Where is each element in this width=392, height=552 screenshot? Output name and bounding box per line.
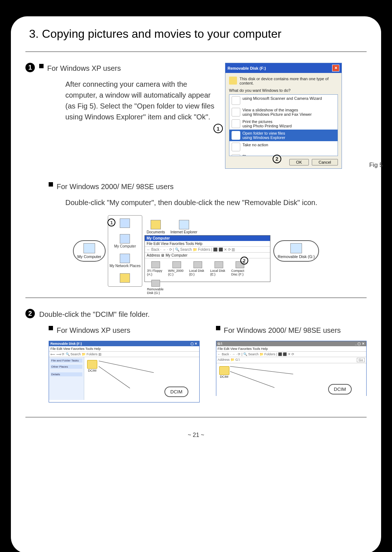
task-pane[interactable]: File and Folder Tasks Other Places Detai… xyxy=(49,357,84,400)
desktop-icons-box: 1 My Computer My Network Places xyxy=(108,215,142,287)
window-menu[interactable]: File Edit View Favorites Tools Help xyxy=(145,241,270,247)
documents-icon xyxy=(120,218,130,228)
older-instructions: Double-click "My computer", then double-… xyxy=(65,197,367,208)
close-icon[interactable]: ✕ xyxy=(332,65,339,71)
drive-item[interactable]: WIN_2000 (C:) xyxy=(168,261,185,276)
older-users-heading: For Windows 2000/ ME/ 98SE users xyxy=(57,181,173,192)
bullet-icon xyxy=(49,326,53,330)
window-toolbar[interactable]: ← Back · → · ⟳ | 🔍 Search 📁 Folders | ⬛ … xyxy=(145,247,270,253)
option-print[interactable]: Print the pictures using Photo Printing … xyxy=(242,119,292,128)
window-controls-icon[interactable]: ▢ ✕ xyxy=(191,342,198,345)
callout-marker-1: 1 xyxy=(213,124,223,133)
desktop-label: My Network Places xyxy=(110,264,141,268)
step-number-1: 1 xyxy=(25,63,35,72)
callout-dcim: DCIM xyxy=(328,384,352,394)
drive-item[interactable]: Local Disk (D:) xyxy=(189,261,207,276)
divider xyxy=(25,298,367,298)
action-list[interactable]: using Microsoft Scanner and Camera Wizar… xyxy=(229,94,338,156)
address-bar[interactable]: Address 🖥 My Computer xyxy=(145,253,270,258)
callout-arrow xyxy=(230,366,293,374)
older-users-heading-2: For Windows 2000/ ME/ 98SE users xyxy=(224,325,341,336)
ie-icon xyxy=(179,220,189,229)
divider xyxy=(25,52,367,52)
window-toolbar[interactable]: ← Back · → · ⟳ | 🔍 Search 📁 Folders | ⬛ … xyxy=(216,352,367,357)
callout-my-computer: My Computer xyxy=(73,240,106,262)
callout-label: Removable Disk (G:) xyxy=(278,254,315,259)
callout-arrow xyxy=(230,371,274,388)
option-open-folder[interactable]: Open folder to view files using Windows … xyxy=(242,131,285,140)
my-computer-illustration: My Computer 1 My Computer My Network Pla… xyxy=(64,215,328,287)
option-play[interactable]: Play using Windows Media Player xyxy=(242,154,294,156)
callout-label: My Computer xyxy=(77,254,101,259)
option-slideshow[interactable]: View a slideshow of the images using Win… xyxy=(242,108,312,116)
desktop-label: My Computer xyxy=(114,244,136,248)
ok-button[interactable]: OK xyxy=(289,159,309,165)
network-icon xyxy=(120,254,130,263)
window-menu[interactable]: File Edit View Favorites Tools Help xyxy=(49,346,199,352)
xp-instructions: After connecting your camera with the co… xyxy=(65,79,218,122)
page-title: 3. Copying pictures and movies to your c… xyxy=(29,27,367,41)
window-titlebar: My Computer xyxy=(145,236,270,241)
drive-item[interactable]: 3½ Floppy (A:) xyxy=(147,261,164,276)
step-number-2: 2 xyxy=(25,309,35,318)
bullet-icon xyxy=(216,326,220,330)
divider xyxy=(25,417,367,417)
option-no-action[interactable]: Take no action xyxy=(242,143,268,147)
go-button[interactable]: Go xyxy=(357,358,365,362)
xp-explorer-window: Removable Disk (F:)▢ ✕ File Edit View Fa… xyxy=(49,341,200,402)
folder-icon[interactable] xyxy=(87,360,97,369)
computer-icon xyxy=(83,243,95,253)
callout-removable-disk: Removable Disk (G:) xyxy=(273,240,319,262)
callout-marker-2: 2 xyxy=(273,155,281,163)
media-icon xyxy=(229,77,237,85)
drive-item[interactable]: Local Disk (E:) xyxy=(210,261,228,276)
computer-icon xyxy=(120,234,130,244)
window-toolbar[interactable]: ⟵ ⟶ ⟳ 🔍 Search 📁 Folders ▥ xyxy=(49,352,199,357)
dialog-titlebar: Removable Disk (F:) ✕ xyxy=(225,63,342,73)
older-explorer-window: G:\_ ▢ ✕ File Edit View Favorites Tools … xyxy=(216,341,367,396)
removable-disk-dialog: Removable Disk (F:) ✕ This disk or devic… xyxy=(225,63,342,169)
folder-label: DCIM xyxy=(88,369,97,372)
window-controls-icon[interactable]: _ ▢ ✕ xyxy=(355,342,365,345)
dialog-prompt: What do you want Windows to do? xyxy=(229,88,338,93)
folder-label: DCIM xyxy=(220,375,228,379)
option-scanner[interactable]: using Microsoft Scanner and Camera Wizar… xyxy=(242,96,322,101)
disk-icon xyxy=(290,243,302,253)
figure-caption: Fig 5 xyxy=(369,161,383,169)
bullet-icon xyxy=(49,182,53,187)
folder-icon[interactable] xyxy=(219,366,229,375)
folder-icon xyxy=(120,273,130,283)
documents-icon xyxy=(151,220,161,229)
cancel-button[interactable]: Cancel xyxy=(312,159,338,165)
my-computer-window: My Computer File Edit View Favorites Too… xyxy=(144,235,270,282)
window-title: Removable Disk (F:) xyxy=(50,342,82,345)
dialog-message: This disk or device contains more than o… xyxy=(240,77,338,85)
bullet-icon xyxy=(39,64,44,68)
dialog-title: Removable Disk (F:) xyxy=(228,66,266,70)
drive-removable[interactable]: Removable Disk (G:) xyxy=(147,280,164,295)
callout-marker-2b: 2 xyxy=(240,257,248,265)
callout-arrow xyxy=(99,366,130,388)
page-number: ~ 21 ~ xyxy=(25,432,367,438)
callout-marker-1b: 1 xyxy=(107,218,115,226)
callout-arrow xyxy=(99,361,154,373)
manual-page: 3. Copying pictures and movies to your c… xyxy=(11,16,381,552)
xp-users-heading-2: For Windows XP users xyxy=(57,325,130,336)
window-title: G:\ xyxy=(218,342,222,345)
window-menu[interactable]: File Edit View Favorites Tools Help xyxy=(216,346,367,352)
xp-users-heading: For Windows XP users xyxy=(47,63,121,74)
address-bar[interactable]: Address 📁 G:\ xyxy=(218,358,240,362)
callout-dcim: DCIM xyxy=(164,387,188,397)
step2-title: Double-click the "DCIM" file folder. xyxy=(39,309,150,320)
